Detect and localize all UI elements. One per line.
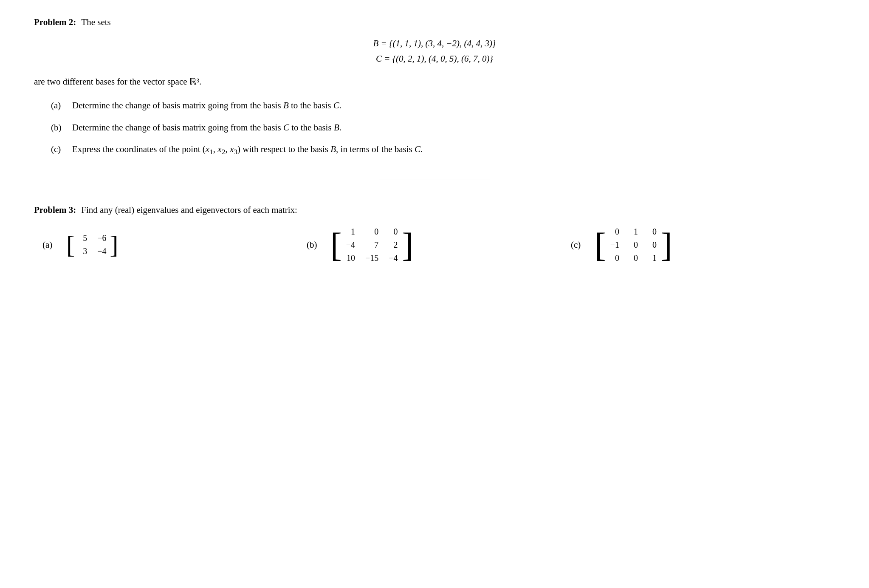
sets-container: B = {(1, 1, 1), (3, 4, −2), (4, 4, 3)} C… <box>34 36 835 66</box>
part-c-text: Express the coordinates of the point (x1… <box>72 143 835 157</box>
matrix-b-cell-11: 7 <box>364 239 380 251</box>
problem-2-section: Problem 2: The sets B = {(1, 1, 1), (3, … <box>34 17 835 158</box>
problem-3-section: Problem 3: Find any (real) eigenvalues a… <box>34 205 835 264</box>
problem-3-intro: Find any (real) eigenvalues and eigenvec… <box>81 205 297 215</box>
matrix-a-right-bracket: ] <box>110 232 118 257</box>
matrix-a-grid: 5 −6 3 −4 <box>76 232 108 257</box>
matrix-b-display: [ 1 0 0 −4 7 2 10 −15 −4 ] <box>330 226 413 264</box>
part-c-label: (c) <box>51 143 72 156</box>
matrix-c-cell-10: −1 <box>609 239 621 251</box>
matrix-a-left-bracket: [ <box>66 232 75 257</box>
matrix-c-label: (c) <box>571 240 588 250</box>
matrix-c-cell-11: 0 <box>628 239 640 251</box>
matrix-a-display: [ 5 −6 3 −4 ] <box>66 232 118 257</box>
problem-2-parts: (a) Determine the change of basis matrix… <box>51 99 835 157</box>
matrix-b-left-bracket: [ <box>330 228 342 262</box>
matrix-b-cell-21: −15 <box>364 252 380 264</box>
matrix-b-cell-20: 10 <box>344 252 357 264</box>
matrix-b-label: (b) <box>307 240 324 250</box>
matrix-a-cell-01: −6 <box>96 232 108 244</box>
matrix-a-cell-00: 5 <box>76 232 89 244</box>
matrix-c-left-bracket: [ <box>595 228 606 262</box>
matrix-b-cell-22: −4 <box>387 252 399 264</box>
problem-3-header: Problem 3: Find any (real) eigenvalues a… <box>34 205 835 215</box>
matrix-a-label: (a) <box>42 240 59 250</box>
set-c-text: C = {(0, 2, 1), (4, 0, 5), (6, 7, 0)} <box>376 54 493 64</box>
matrix-b-item: (b) [ 1 0 0 −4 7 2 10 −15 −4 ] <box>307 226 571 264</box>
matrix-a-cell-10: 3 <box>76 245 89 257</box>
matrix-c-cell-00: 0 <box>609 226 621 238</box>
problem-2-part-a: (a) Determine the change of basis matrix… <box>51 99 835 113</box>
problem-2-header: Problem 2: The sets <box>34 17 835 28</box>
matrix-c-cell-12: 0 <box>646 239 658 251</box>
part-b-label: (b) <box>51 121 72 135</box>
matrix-c-cell-01: 1 <box>628 226 640 238</box>
problem-2-intro: The sets <box>81 17 110 28</box>
matrix-c-cell-21: 0 <box>628 252 640 264</box>
part-b-text: Determine the change of basis matrix goi… <box>72 121 835 135</box>
matrix-b-cell-02: 0 <box>387 226 399 238</box>
problem-2-part-c: (c) Express the coordinates of the point… <box>51 143 835 157</box>
matrix-b-cell-12: 2 <box>387 239 399 251</box>
matrix-a-item: (a) [ 5 −6 3 −4 ] <box>42 232 307 257</box>
part-a-label: (a) <box>51 99 72 113</box>
matrix-b-cell-10: −4 <box>344 239 357 251</box>
matrix-b-cell-00: 1 <box>344 226 357 238</box>
problem-3-label: Problem 3: <box>34 205 76 215</box>
matrix-c-item: (c) [ 0 1 0 −1 0 0 0 0 1 ] <box>571 226 835 264</box>
matrix-b-cell-01: 0 <box>364 226 380 238</box>
matrix-c-right-bracket: ] <box>661 228 672 262</box>
section-divider <box>379 179 490 179</box>
basis-statement: are two different bases for the vector s… <box>34 76 835 87</box>
matrix-c-grid: 0 1 0 −1 0 0 0 0 1 <box>609 226 658 264</box>
problem-2-part-b: (b) Determine the change of basis matrix… <box>51 121 835 135</box>
part-a-text: Determine the change of basis matrix goi… <box>72 99 835 113</box>
matrix-a-cell-11: −4 <box>96 245 108 257</box>
matrix-c-cell-20: 0 <box>609 252 621 264</box>
set-b-line: B = {(1, 1, 1), (3, 4, −2), (4, 4, 3)} <box>34 36 835 51</box>
problem-3-matrices: (a) [ 5 −6 3 −4 ] (b) [ 1 0 0 <box>42 226 835 264</box>
matrix-c-cell-22: 1 <box>646 252 658 264</box>
matrix-c-display: [ 0 1 0 −1 0 0 0 0 1 ] <box>595 226 672 264</box>
matrix-b-grid: 1 0 0 −4 7 2 10 −15 −4 <box>344 226 400 264</box>
set-b-text: B = {(1, 1, 1), (3, 4, −2), (4, 4, 3)} <box>373 38 496 48</box>
set-c-line: C = {(0, 2, 1), (4, 0, 5), (6, 7, 0)} <box>34 51 835 67</box>
matrix-c-cell-02: 0 <box>646 226 658 238</box>
matrix-b-right-bracket: ] <box>402 228 413 262</box>
problem-2-label: Problem 2: <box>34 17 76 28</box>
